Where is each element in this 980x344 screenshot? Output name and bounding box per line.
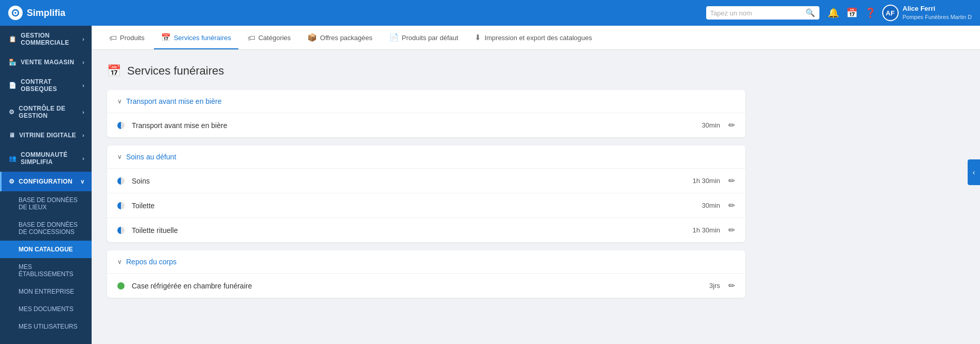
section-repos: ∨ Repos du corps Case réfrigérée en cham… xyxy=(107,250,745,298)
service-row-transport: Transport avant mise en bière 30min ✏ xyxy=(107,113,745,137)
topbar-icons: 🔔 📅 ❓ xyxy=(828,7,876,19)
user-menu[interactable]: AF Alice Ferri Pompes Funèbres Martin D xyxy=(882,5,972,21)
sidebar-subitem-mes-etablissements[interactable]: MES ÉTABLISSEMENTS xyxy=(0,258,92,283)
page-content: 📅 Services funéraires ∨ Transport avant … xyxy=(92,50,761,320)
edit-icon[interactable]: ✏ xyxy=(728,176,735,186)
user-company: Pompes Funèbres Martin D xyxy=(903,13,972,21)
contrat-icon: 📄 xyxy=(9,82,16,89)
sidebar-item-configuration[interactable]: ⚙ CONFIGURATION ∨ xyxy=(0,172,92,191)
chevron-right-icon: › xyxy=(82,82,84,88)
section-repos-header[interactable]: ∨ Repos du corps xyxy=(107,250,745,274)
chevron-right-icon: › xyxy=(82,132,84,138)
tab-produits-defaut[interactable]: 📄 Produits par défaut xyxy=(382,26,466,49)
sidebar-item-gestion-commerciale[interactable]: 📋 GESTION COMMERCIALE › xyxy=(0,26,92,52)
edit-icon[interactable]: ✏ xyxy=(728,281,735,291)
service-row-soins: Soins 1h 30min ✏ xyxy=(107,169,745,193)
right-panel-toggle[interactable]: ‹ xyxy=(968,159,980,185)
chevron-down-icon: ∨ xyxy=(117,258,122,265)
communaute-icon: 👥 xyxy=(9,155,16,162)
app-logo[interactable]: Simplifia xyxy=(8,6,65,20)
tab-produits[interactable]: 🏷 Produits xyxy=(102,26,152,49)
vente-icon: 🏪 xyxy=(9,59,16,66)
tab-categories[interactable]: 🏷 Catégories xyxy=(240,26,298,49)
service-dot xyxy=(117,177,125,185)
sidebar-subitem-mes-utilisateurs[interactable]: MES UTILISATEURS xyxy=(0,318,92,335)
edit-icon[interactable]: ✏ xyxy=(728,201,735,210)
edit-icon[interactable]: ✏ xyxy=(728,120,735,130)
service-dot xyxy=(117,202,125,209)
offres-tab-icon: 📦 xyxy=(307,33,317,42)
user-name: Alice Ferri xyxy=(903,5,972,13)
avatar: AF xyxy=(882,5,899,21)
edit-icon[interactable]: ✏ xyxy=(728,225,735,235)
service-dot xyxy=(117,282,125,289)
service-dot xyxy=(117,227,125,234)
search-box[interactable]: 🔍 xyxy=(706,6,819,20)
tab-services-funeraires[interactable]: 📅 Services funéraires xyxy=(154,26,238,49)
page-title-icon: 📅 xyxy=(107,64,121,78)
sidebar-subitem-mes-documents[interactable]: MES DOCUMENTS xyxy=(0,300,92,318)
app-name: Simplifia xyxy=(27,8,65,19)
svg-point-2 xyxy=(14,12,16,14)
section-transport-header[interactable]: ∨ Transport avant mise en bière xyxy=(107,90,745,113)
section-soins-header[interactable]: ∨ Soins au défunt xyxy=(107,146,745,169)
config-icon: ⚙ xyxy=(9,178,14,185)
logo-icon xyxy=(8,6,23,20)
service-row-toilette-rituelle: Toilette rituelle 1h 30min ✏ xyxy=(107,218,745,242)
service-row-case-refrigeree: Case réfrigérée en chambre funéraire 3jr… xyxy=(107,274,745,298)
sidebar-subitem-mon-entreprise[interactable]: MON ENTREPRISE xyxy=(0,283,92,300)
vitrine-icon: 🖥 xyxy=(9,132,15,139)
gestion-icon: 📋 xyxy=(9,35,16,43)
calendar-icon[interactable]: 📅 xyxy=(846,7,857,19)
service-dot xyxy=(117,122,125,129)
topbar: Simplifia 🔍 🔔 📅 ❓ AF Alice Ferri Pompes … xyxy=(0,0,980,26)
chevron-down-icon: ∨ xyxy=(117,153,122,160)
impression-tab-icon: ⬇ xyxy=(475,33,481,42)
produits-tab-icon: 🏷 xyxy=(109,33,117,42)
service-row-toilette: Toilette 30min ✏ xyxy=(107,193,745,218)
produits-defaut-tab-icon: 📄 xyxy=(389,33,399,42)
sidebar: 📋 GESTION COMMERCIALE › 🏪 VENTE MAGASIN … xyxy=(0,26,92,344)
search-input[interactable] xyxy=(710,9,802,17)
categories-tab-icon: 🏷 xyxy=(248,33,255,42)
sidebar-item-vente-magasin[interactable]: 🏪 VENTE MAGASIN › xyxy=(0,52,92,72)
sidebar-item-communaute[interactable]: 👥 COMMUNAUTÉ SIMPLIFIA › xyxy=(0,145,92,172)
section-soins: ∨ Soins au défunt Soins 1h 30min ✏ Toile… xyxy=(107,146,745,242)
sidebar-item-contrat-obseques[interactable]: 📄 CONTRAT OBSEQUES › xyxy=(0,72,92,99)
sidebar-item-vitrine-digitale[interactable]: 🖥 VITRINE DIGITALE › xyxy=(0,125,92,145)
main-content: 🏷 Produits 📅 Services funéraires 🏷 Catég… xyxy=(92,26,980,344)
chevron-down-icon: ∨ xyxy=(80,178,84,185)
notifications-icon[interactable]: 🔔 xyxy=(828,7,839,19)
chevron-right-icon: › xyxy=(82,155,84,161)
tab-impression-export[interactable]: ⬇ Impression et export des catalogues xyxy=(467,26,599,49)
search-icon: 🔍 xyxy=(806,8,815,17)
chevron-right-icon: › xyxy=(82,59,84,65)
page-title: 📅 Services funéraires xyxy=(107,64,745,78)
chevron-down-icon: ∨ xyxy=(117,98,122,105)
sidebar-subitem-base-concessions[interactable]: BASE DE DONNÉES DE CONCESSIONS xyxy=(0,216,92,241)
sidebar-item-controle-gestion[interactable]: ⚙ CONTRÔLE DE GESTION › xyxy=(0,99,92,125)
controle-icon: ⚙ xyxy=(9,108,14,116)
chevron-right-icon: › xyxy=(82,36,84,42)
help-icon[interactable]: ❓ xyxy=(865,7,876,19)
chevron-right-icon: › xyxy=(82,109,84,115)
sidebar-subitem-base-lieux[interactable]: BASE DE DONNÉES DE LIEUX xyxy=(0,191,92,216)
tabs-bar: 🏷 Produits 📅 Services funéraires 🏷 Catég… xyxy=(92,26,980,50)
section-transport: ∨ Transport avant mise en bière Transpor… xyxy=(107,90,745,137)
tab-offres-packagees[interactable]: 📦 Offres packagées xyxy=(300,26,380,49)
sidebar-subitem-mon-catalogue[interactable]: MON CATALOGUE xyxy=(0,241,92,258)
services-tab-icon: 📅 xyxy=(161,33,171,42)
